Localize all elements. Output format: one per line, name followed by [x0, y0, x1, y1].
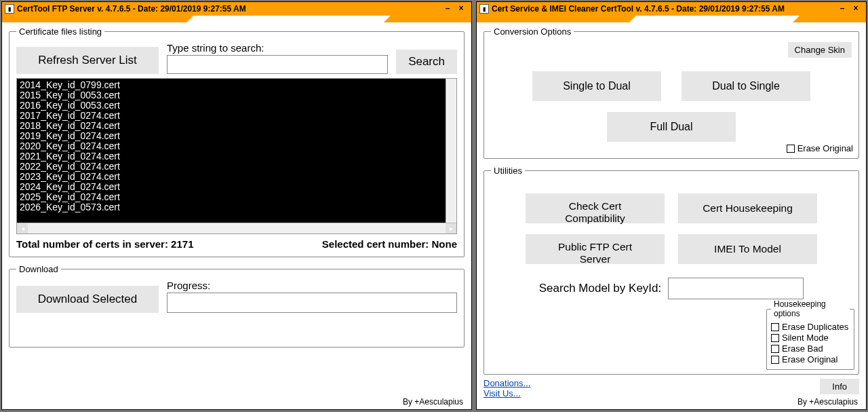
erase-original-checkbox-hk[interactable]: Erase Original — [771, 354, 850, 364]
utilities-group: Utilities Check Cert Compatibility Cert … — [484, 166, 859, 375]
hk-options-legend: Housekeeping options — [771, 299, 850, 318]
window-cert-service: ▮ Cert Service & IMEI Cleaner CertTool v… — [476, 1, 867, 410]
list-item[interactable]: 2025_Key_id_0274.cert — [20, 192, 454, 202]
info-button[interactable]: Info — [820, 379, 859, 394]
erase-original-checkbox-conv[interactable]: Erase Original — [787, 143, 853, 153]
checkbox-icon — [771, 356, 779, 364]
change-skin-button[interactable]: Change Skin — [788, 42, 852, 58]
download-legend: Download — [16, 264, 61, 274]
full-dual-button[interactable]: Full Dual — [607, 112, 736, 142]
close-button[interactable]: × — [456, 4, 466, 14]
list-item[interactable]: 2014_Key_id_0799.cert — [20, 80, 454, 90]
erase-bad-label: Erase Bad — [782, 343, 823, 354]
list-item[interactable]: 2026_Key_id_0573.cert — [20, 202, 454, 212]
checkbox-icon — [771, 323, 779, 331]
search-keyid-label: Search Model by KeyId: — [539, 282, 661, 295]
scroll-left-icon[interactable]: ◂ — [17, 223, 28, 233]
refresh-server-list-button[interactable]: Refresh Server List — [16, 47, 159, 74]
window-cert-ftp-server: ▮ CertTool FTP Server v. 4.7.6.5 - Date:… — [1, 1, 472, 410]
list-item[interactable]: 2024_Key_id_0274.cert — [20, 182, 454, 192]
list-item[interactable]: 2016_Key_id_0053.cert — [20, 100, 454, 111]
app-icon: ▮ — [479, 4, 489, 14]
single-to-dual-button[interactable]: Single to Dual — [532, 71, 661, 101]
erase-duplicates-label: Erase Duplicates — [782, 322, 848, 332]
list-item[interactable]: 2019_Key_id_0274.cert — [20, 131, 454, 141]
utilities-legend: Utilities — [491, 166, 525, 176]
cert-file-listbox[interactable]: 2014_Key_id_0799.cert2015_Key_id_0053.ce… — [16, 78, 457, 234]
titlebar-w1[interactable]: ▮ CertTool FTP Server v. 4.7.6.5 - Date:… — [2, 2, 471, 16]
decorative-strip — [2, 16, 471, 22]
search-keyid-input[interactable] — [668, 278, 804, 299]
progress-bar — [167, 293, 457, 313]
download-group: Download Download Selected Progress: — [9, 264, 465, 348]
minimize-button[interactable]: – — [443, 4, 452, 14]
progress-label: Progress: — [167, 280, 457, 291]
check-cert-compat-button[interactable]: Check Cert Compatibility — [526, 193, 665, 223]
donations-link[interactable]: Donations... — [484, 378, 530, 388]
list-item[interactable]: 2015_Key_id_0053.cert — [20, 90, 454, 100]
minimize-button[interactable]: – — [837, 4, 847, 14]
scrollbar-vertical[interactable] — [446, 79, 456, 223]
app-icon: ▮ — [5, 4, 14, 14]
list-item[interactable]: 2021_Key_id_0274.cert — [20, 151, 454, 162]
erase-bad-checkbox[interactable]: Erase Bad — [771, 343, 850, 354]
cert-housekeeping-button[interactable]: Cert Housekeeping — [678, 193, 817, 223]
list-item[interactable]: 2017_Key_id_0274.cert — [20, 111, 454, 121]
list-item[interactable]: 2023_Key_id_0274.cert — [20, 172, 454, 182]
credit-label-w2: By +Aesculapius — [797, 397, 861, 407]
search-button[interactable]: Search — [396, 50, 457, 74]
imei-to-model-button[interactable]: IMEI To Model — [678, 234, 817, 264]
checkbox-icon — [787, 145, 795, 153]
silent-mode-checkbox[interactable]: Silent Mode — [771, 333, 850, 343]
close-button[interactable]: × — [851, 4, 861, 14]
erase-original-label-conv: Erase Original — [797, 143, 853, 153]
list-item[interactable]: 2018_Key_id_0274.cert — [20, 121, 454, 131]
titlebar-w2[interactable]: ▮ Cert Service & IMEI Cleaner CertTool v… — [477, 2, 866, 16]
erase-duplicates-checkbox[interactable]: Erase Duplicates — [771, 322, 850, 332]
conversion-options-group: Conversion Options Change Skin Single to… — [484, 26, 859, 159]
title-text-w1: CertTool FTP Server v. 4.7.6.5 - Date: 2… — [17, 4, 246, 14]
search-input[interactable] — [167, 55, 388, 74]
conversion-options-legend: Conversion Options — [491, 26, 574, 37]
checkbox-icon — [771, 334, 779, 342]
checkbox-icon — [771, 345, 779, 353]
visit-us-link[interactable]: Visit Us... — [484, 388, 521, 398]
search-label: Type string to search: — [167, 42, 388, 54]
erase-original-label-hk: Erase Original — [782, 354, 837, 364]
credit-label-w1: By +Aesculapius — [403, 397, 466, 407]
title-text-w2: Cert Service & IMEI Cleaner CertTool v. … — [492, 4, 785, 14]
list-item[interactable]: 2022_Key_id_0274.cert — [20, 162, 454, 172]
housekeeping-options-group: Housekeeping options Erase Duplicates Si… — [766, 299, 854, 370]
scrollbar-horizontal[interactable]: ◂ ▸ — [17, 223, 456, 233]
dual-to-single-button[interactable]: Dual to Single — [682, 71, 810, 101]
decorative-strip — [477, 16, 866, 22]
list-item[interactable]: 2020_Key_id_0274.cert — [20, 141, 454, 151]
certificate-listing-legend: Certificate files listing — [16, 26, 104, 37]
public-ftp-button[interactable]: Public FTP Cert Server — [526, 234, 665, 264]
selected-cert-label: Selected cert number: None — [322, 238, 457, 250]
silent-mode-label: Silent Mode — [782, 333, 829, 343]
scroll-right-icon[interactable]: ▸ — [446, 223, 456, 233]
download-selected-button[interactable]: Download Selected — [16, 286, 159, 313]
total-certs-label: Total number of certs in server: 2171 — [16, 238, 193, 250]
certificate-listing-group: Certificate files listing Refresh Server… — [9, 26, 465, 257]
